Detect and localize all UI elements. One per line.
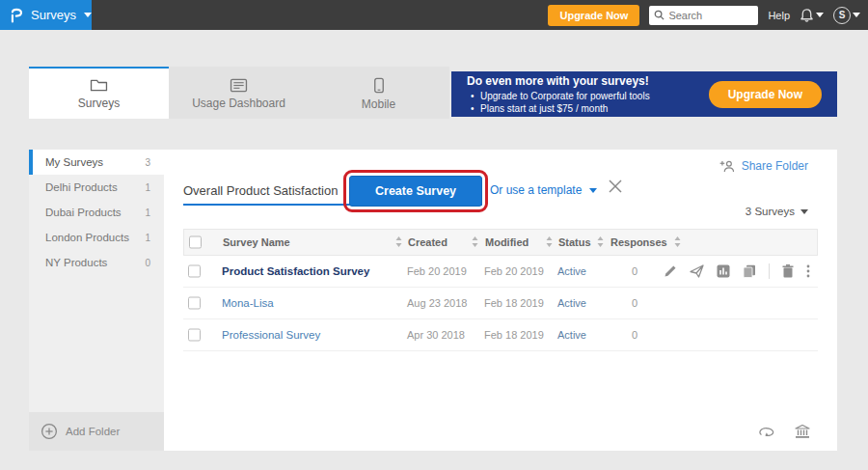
panel-footer-icons [758, 425, 810, 439]
mobile-icon [373, 77, 385, 94]
restore-icon[interactable] [758, 426, 775, 438]
chevron-down-icon [589, 188, 597, 193]
upgrade-now-button[interactable]: Upgrade Now [548, 5, 639, 26]
tab-mobile[interactable]: Mobile [309, 67, 448, 119]
table-row[interactable]: Professional Survey Apr 30 2018 Feb 18 2… [183, 319, 818, 351]
created-date: Feb 20 2019 [407, 265, 467, 277]
tab-label: Surveys [78, 97, 120, 110]
col-status: Status [558, 236, 591, 248]
table-row[interactable]: Product Satisfaction Survey Feb 20 2019 … [183, 256, 818, 288]
delete-icon[interactable] [782, 264, 794, 278]
folder-label: London Products [45, 232, 129, 243]
create-survey-button[interactable]: Create Survey [349, 176, 482, 207]
modified-date: Feb 18 2019 [484, 329, 544, 341]
surveys-count-dropdown[interactable]: 3 Surveys [746, 206, 808, 217]
add-folder-label: Add Folder [66, 426, 120, 437]
plus-circle-icon [41, 423, 58, 440]
search-input[interactable] [668, 10, 750, 21]
folder-label: My Surveys [45, 156, 103, 168]
sidebar-item-ny-products[interactable]: NY Products 0 [29, 250, 164, 275]
survey-name-link[interactable]: Mona-Lisa [222, 297, 274, 309]
survey-name-link[interactable]: Product Satisfaction Survey [222, 265, 369, 277]
folder-count: 0 [145, 258, 150, 268]
chevron-down-icon [853, 13, 860, 17]
add-folder-button[interactable]: Add Folder [29, 412, 164, 451]
folder-count: 1 [145, 233, 150, 243]
dashboard-icon [230, 78, 248, 93]
report-icon[interactable] [717, 264, 730, 278]
red-highlight-annotation: Create Survey [343, 170, 488, 212]
folder-count: 1 [145, 182, 150, 193]
folder-icon [90, 78, 108, 93]
sort-icon[interactable] [472, 234, 478, 251]
use-template-label: Or use a template [490, 183, 582, 197]
sidebar-item-delhi-products[interactable]: Delhi Products 1 [29, 175, 164, 200]
help-link[interactable]: Help [768, 10, 790, 21]
sogo-logo-icon [10, 5, 23, 26]
banner-bullet-2: Plans start at just $75 / month [467, 102, 709, 115]
chevron-down-icon [84, 13, 92, 17]
surveys-count-label: 3 Surveys [746, 206, 795, 217]
col-modified: Modified [485, 236, 529, 248]
row-checkbox[interactable] [188, 329, 201, 342]
tab-usage-dashboard[interactable]: Usage Dashboard [169, 67, 309, 119]
edit-icon[interactable] [664, 264, 677, 278]
banner-bullet-1: Upgrade to Corporate for powerful tools [467, 90, 709, 102]
divider [769, 263, 770, 279]
created-date: Aug 23 2018 [407, 297, 467, 309]
created-date: Apr 30 2018 [407, 329, 465, 341]
close-icon[interactable] [608, 179, 623, 194]
sidebar-item-london-products[interactable]: London Products 1 [29, 225, 164, 250]
select-all-checkbox[interactable] [189, 236, 202, 249]
folder-count: 3 [145, 157, 150, 168]
sort-icon[interactable] [597, 234, 604, 251]
status-badge[interactable]: Active [557, 265, 586, 277]
app-menu-label: Surveys [31, 8, 76, 22]
folder-label: Delhi Products [45, 181, 118, 193]
section-tabs: Surveys Usage Dashboard Mobile [29, 67, 449, 119]
promo-banner: Do even more with your surveys! Upgrade … [451, 71, 837, 117]
banner-upgrade-button[interactable]: Upgrade Now [709, 81, 822, 108]
table-header-row: Survey Name Created Modified Status Resp… [183, 229, 818, 256]
row-actions [664, 263, 810, 279]
send-icon[interactable] [690, 264, 704, 278]
row-checkbox[interactable] [188, 297, 201, 310]
folders-sidebar: My Surveys 3 Delhi Products 1 Dubai Prod… [29, 150, 164, 451]
sort-icon[interactable] [546, 234, 553, 251]
use-template-link[interactable]: Or use a template [490, 183, 597, 197]
notifications-menu[interactable] [800, 8, 824, 23]
status-badge[interactable]: Active [557, 329, 586, 341]
surveys-table: Survey Name Created Modified Status Resp… [183, 229, 818, 351]
status-badge[interactable]: Active [557, 297, 586, 309]
tab-surveys[interactable]: Surveys [29, 67, 169, 119]
chevron-down-icon [800, 209, 808, 214]
share-folder-label: Share Folder [742, 159, 808, 173]
top-bar: Surveys Upgrade Now Help S [0, 0, 868, 30]
folder-count: 1 [145, 207, 150, 218]
responses-count: 0 [632, 329, 637, 341]
bell-icon [800, 8, 814, 23]
responses-count: 0 [632, 297, 637, 309]
sort-icon[interactable] [395, 234, 402, 251]
surveys-panel: Share Folder Create Survey Or use a temp… [164, 150, 837, 451]
row-checkbox[interactable] [188, 265, 201, 278]
search-box[interactable] [649, 6, 758, 25]
responses-count: 0 [632, 265, 637, 277]
survey-name-link[interactable]: Professional Survey [222, 329, 320, 341]
table-row[interactable]: Mona-Lisa Aug 23 2018 Feb 18 2019 Active… [183, 288, 818, 319]
sidebar-item-dubai-products[interactable]: Dubai Products 1 [29, 200, 164, 225]
account-menu[interactable]: S [833, 7, 860, 24]
tab-label: Usage Dashboard [192, 97, 285, 110]
avatar: S [833, 7, 851, 24]
col-created: Created [408, 236, 448, 248]
sidebar-item-my-surveys[interactable]: My Surveys 3 [29, 150, 164, 175]
sort-icon[interactable] [674, 234, 681, 251]
survey-bank-icon[interactable] [795, 425, 810, 439]
copy-icon[interactable] [743, 264, 756, 278]
app-logo-menu[interactable]: Surveys [0, 0, 92, 30]
share-folder-link[interactable]: Share Folder [719, 159, 808, 173]
folder-label: NY Products [45, 257, 107, 268]
more-options-icon[interactable] [806, 264, 810, 278]
tab-label: Mobile [362, 97, 395, 111]
modified-date: Feb 18 2019 [484, 297, 544, 309]
